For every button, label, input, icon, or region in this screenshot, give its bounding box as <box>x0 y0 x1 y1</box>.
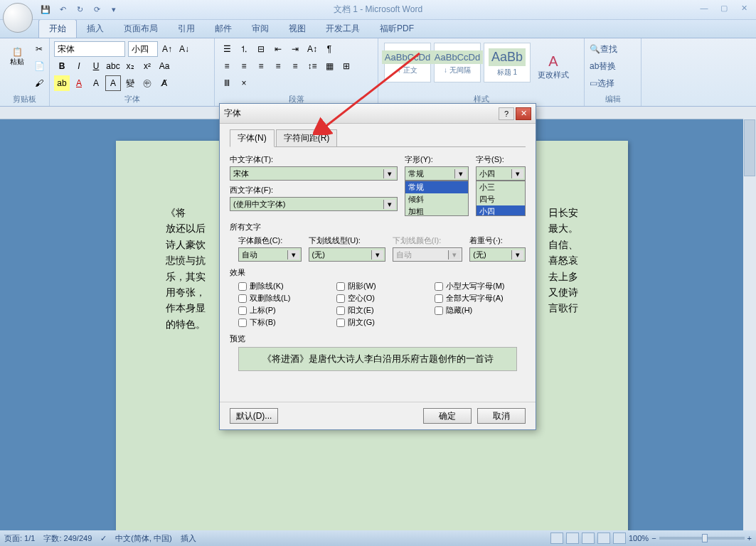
char-border-button[interactable]: A <box>105 75 121 91</box>
strikethrough-button[interactable]: abc <box>105 58 121 74</box>
change-case-button[interactable]: Aa <box>156 58 172 74</box>
list-item[interactable]: 常规 <box>405 181 468 193</box>
shrink-font-icon[interactable]: A↓ <box>176 41 192 57</box>
redo-icon[interactable]: ↻ <box>73 3 87 17</box>
multilevel-button[interactable]: ⊟ <box>253 41 269 57</box>
tab-developer[interactable]: 开发工具 <box>316 20 370 38</box>
tab-review[interactable]: 审阅 <box>242 20 279 38</box>
sort-button[interactable]: A↕ <box>304 41 320 57</box>
dialog-close-button[interactable]: ✕ <box>516 107 531 120</box>
line-spacing-button[interactable]: ↕≡ <box>304 58 320 74</box>
clear-format-button[interactable]: A̸ <box>156 75 172 91</box>
status-language[interactable]: 中文(简体, 中国) <box>115 533 171 544</box>
dialog-titlebar[interactable]: 字体 ? ✕ <box>220 104 536 124</box>
change-styles-button[interactable]: A 更改样式 <box>538 53 569 80</box>
emphasis-combo[interactable]: (无) <box>469 247 526 262</box>
zoom-slider[interactable] <box>659 537 745 540</box>
check-superscript[interactable]: 上标(P) <box>238 305 329 316</box>
font-size-combo[interactable] <box>128 41 158 57</box>
style-normal[interactable]: AaBbCcDd ↓ 正文 <box>384 43 431 82</box>
style-input[interactable]: 常规 <box>405 166 469 181</box>
tab-pagelayout[interactable]: 页面布局 <box>114 20 168 38</box>
copy-icon[interactable]: 📄 <box>31 58 47 74</box>
view-print-layout[interactable] <box>550 532 563 544</box>
distribute-button[interactable]: ≡ <box>287 58 303 74</box>
enclose-button[interactable]: ㊥ <box>139 75 155 91</box>
check-allcaps[interactable]: 全部大写字母(A) <box>435 293 526 304</box>
status-page[interactable]: 页面: 1/1 <box>4 533 35 544</box>
tab-mailings[interactable]: 邮件 <box>205 20 242 38</box>
default-button[interactable]: 默认(D)... <box>230 408 278 424</box>
borders-button[interactable]: ⊞ <box>339 58 354 74</box>
ok-button[interactable]: 确定 <box>423 408 472 424</box>
replace-button[interactable]: ab 替换 <box>589 58 637 74</box>
western-font-combo[interactable]: (使用中文字体) <box>230 197 398 211</box>
check-shadow[interactable]: 阴影(W) <box>336 281 427 291</box>
select-button[interactable]: ▭ 选择 <box>589 75 637 91</box>
list-item[interactable]: 小三 <box>477 181 525 193</box>
font-name-combo[interactable] <box>54 41 125 57</box>
format-painter-icon[interactable]: 🖌 <box>31 75 47 91</box>
view-web[interactable] <box>582 532 595 544</box>
show-marks-button[interactable]: ¶ <box>321 41 337 57</box>
refresh-icon[interactable]: ⟳ <box>90 3 104 17</box>
status-words[interactable]: 字数: 249/249 <box>43 533 92 544</box>
list-item[interactable]: 倾斜 <box>405 193 468 205</box>
superscript-button[interactable]: x² <box>139 58 155 74</box>
style-heading1[interactable]: AaBb 标题 1 <box>484 43 531 82</box>
style-gallery[interactable]: AaBbCcDd ↓ 正文 AaBbCcDd ↓ 无间隔 AaBb 标题 1 <box>383 41 532 92</box>
zoom-out-button[interactable]: − <box>651 534 656 542</box>
check-hidden[interactable]: 隐藏(H) <box>435 305 526 316</box>
cancel-button[interactable]: 取消 <box>477 408 526 424</box>
save-icon[interactable]: 💾 <box>38 3 53 17</box>
check-subscript[interactable]: 下标(B) <box>238 317 329 328</box>
list-item[interactable]: 加粗 <box>405 205 468 216</box>
style-nospacing[interactable]: AaBbCcDd ↓ 无间隔 <box>434 43 481 82</box>
font-color-combo[interactable]: 自动 <box>238 247 302 262</box>
asian-layout-button[interactable]: × <box>236 75 252 91</box>
font-color-button[interactable]: A <box>71 75 87 91</box>
tab-references[interactable]: 引用 <box>168 20 205 38</box>
align-center-button[interactable]: ≡ <box>236 58 252 74</box>
office-button[interactable] <box>3 3 33 33</box>
view-fullscreen[interactable] <box>566 532 579 544</box>
close-button[interactable]: ✕ <box>735 1 753 14</box>
grow-font-icon[interactable]: A↑ <box>159 41 175 57</box>
shading-button[interactable]: ▦ <box>321 58 337 74</box>
status-mode[interactable]: 插入 <box>181 533 196 544</box>
tab-insert[interactable]: 插入 <box>77 20 114 38</box>
list-item[interactable]: 小四 <box>477 205 525 216</box>
qat-dropdown-icon[interactable]: ▾ <box>107 3 121 17</box>
underline-button[interactable]: U <box>88 58 104 74</box>
increase-indent-button[interactable]: ⇥ <box>287 41 303 57</box>
italic-button[interactable]: I <box>71 58 87 74</box>
status-proofing-icon[interactable]: ✓ <box>100 534 107 543</box>
tab-foxitpdf[interactable]: 福昕PDF <box>370 20 424 38</box>
phonetic-button[interactable]: 變 <box>122 75 138 91</box>
subscript-button[interactable]: x₂ <box>122 58 138 74</box>
tab-font[interactable]: 字体(N) <box>230 129 275 147</box>
check-double-strike[interactable]: 双删除线(L) <box>238 293 329 304</box>
check-strikethrough[interactable]: 删除线(K) <box>238 281 329 291</box>
minimize-button[interactable]: — <box>695 1 713 14</box>
find-button[interactable]: 🔍 查找 <box>589 41 637 57</box>
tab-char-spacing[interactable]: 字符间距(R) <box>276 129 338 147</box>
undo-icon[interactable]: ↶ <box>55 3 70 17</box>
chinese-font-combo[interactable]: 宋体 <box>230 166 398 181</box>
align-right-button[interactable]: ≡ <box>253 58 269 74</box>
decrease-indent-button[interactable]: ⇤ <box>270 41 286 57</box>
bold-button[interactable]: B <box>54 58 70 74</box>
size-input[interactable]: 小四 <box>476 166 526 181</box>
zoom-in-button[interactable]: + <box>747 534 752 542</box>
dialog-help-button[interactable]: ? <box>499 107 514 120</box>
text-direction-button[interactable]: Ⅲ <box>219 75 235 91</box>
check-emboss[interactable]: 阳文(E) <box>336 305 427 316</box>
check-outline[interactable]: 空心(O) <box>336 293 427 304</box>
list-item[interactable]: 四号 <box>477 193 525 205</box>
tab-view[interactable]: 视图 <box>279 20 316 38</box>
maximize-button[interactable]: ▢ <box>715 1 733 14</box>
justify-button[interactable]: ≡ <box>270 58 286 74</box>
align-left-button[interactable]: ≡ <box>219 58 235 74</box>
view-outline[interactable] <box>597 532 610 544</box>
underline-combo[interactable]: (无) <box>309 247 385 262</box>
